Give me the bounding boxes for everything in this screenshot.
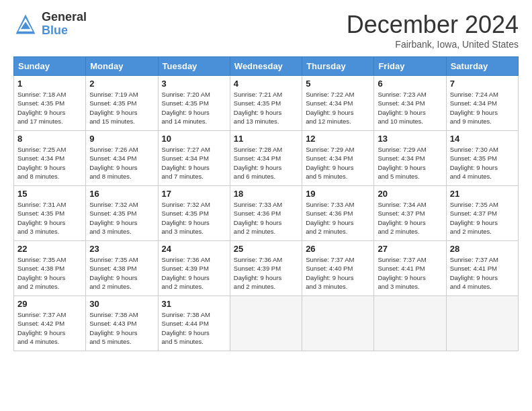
header-day-wednesday: Wednesday bbox=[230, 57, 302, 76]
title-area: December 2024 Fairbank, Iowa, United Sta… bbox=[347, 11, 519, 50]
calendar-cell: 9Sunrise: 7:26 AM Sunset: 4:34 PM Daylig… bbox=[86, 131, 158, 186]
calendar-cell: 14Sunrise: 7:30 AM Sunset: 4:35 PM Dayli… bbox=[446, 131, 518, 186]
day-number: 18 bbox=[234, 189, 298, 199]
calendar-cell: 30Sunrise: 7:38 AM Sunset: 4:43 PM Dayli… bbox=[86, 296, 158, 351]
calendar-cell: 11Sunrise: 7:28 AM Sunset: 4:34 PM Dayli… bbox=[230, 131, 302, 186]
header-day-saturday: Saturday bbox=[446, 57, 518, 76]
calendar-cell: 29Sunrise: 7:37 AM Sunset: 4:42 PM Dayli… bbox=[14, 296, 86, 351]
day-info: Sunrise: 7:35 AM Sunset: 4:37 PM Dayligh… bbox=[450, 200, 515, 236]
day-info: Sunrise: 7:29 AM Sunset: 4:34 PM Dayligh… bbox=[378, 145, 442, 181]
day-info: Sunrise: 7:32 AM Sunset: 4:35 PM Dayligh… bbox=[162, 200, 226, 236]
calendar-cell: 2Sunrise: 7:19 AM Sunset: 4:35 PM Daylig… bbox=[86, 76, 158, 131]
header-day-thursday: Thursday bbox=[302, 57, 374, 76]
day-info: Sunrise: 7:31 AM Sunset: 4:35 PM Dayligh… bbox=[17, 200, 82, 236]
day-info: Sunrise: 7:37 AM Sunset: 4:41 PM Dayligh… bbox=[450, 255, 515, 291]
calendar-cell: 3Sunrise: 7:20 AM Sunset: 4:35 PM Daylig… bbox=[158, 76, 230, 131]
day-info: Sunrise: 7:36 AM Sunset: 4:39 PM Dayligh… bbox=[162, 255, 226, 291]
calendar-cell: 7Sunrise: 7:24 AM Sunset: 4:34 PM Daylig… bbox=[446, 76, 518, 131]
day-number: 20 bbox=[378, 189, 442, 199]
day-info: Sunrise: 7:38 AM Sunset: 4:44 PM Dayligh… bbox=[162, 310, 226, 346]
calendar-cell: 10Sunrise: 7:27 AM Sunset: 4:34 PM Dayli… bbox=[158, 131, 230, 186]
calendar-cell: 31Sunrise: 7:38 AM Sunset: 4:44 PM Dayli… bbox=[158, 296, 230, 351]
calendar-cell: 6Sunrise: 7:23 AM Sunset: 4:34 PM Daylig… bbox=[374, 76, 446, 131]
month-title: December 2024 bbox=[347, 11, 519, 39]
calendar-cell: 22Sunrise: 7:35 AM Sunset: 4:38 PM Dayli… bbox=[14, 241, 86, 296]
day-number: 1 bbox=[17, 79, 82, 89]
calendar-week-2: 8Sunrise: 7:25 AM Sunset: 4:34 PM Daylig… bbox=[14, 131, 519, 186]
day-number: 21 bbox=[450, 189, 515, 199]
location: Fairbank, Iowa, United States bbox=[347, 39, 519, 50]
calendar-cell: 1Sunrise: 7:18 AM Sunset: 4:35 PM Daylig… bbox=[14, 76, 86, 131]
calendar-cell bbox=[302, 296, 374, 351]
calendar-week-1: 1Sunrise: 7:18 AM Sunset: 4:35 PM Daylig… bbox=[14, 76, 519, 131]
day-number: 16 bbox=[89, 189, 154, 199]
calendar-cell: 25Sunrise: 7:36 AM Sunset: 4:39 PM Dayli… bbox=[230, 241, 302, 296]
day-info: Sunrise: 7:32 AM Sunset: 4:35 PM Dayligh… bbox=[89, 200, 154, 236]
logo-text: General Blue bbox=[42, 11, 87, 38]
calendar-cell bbox=[374, 296, 446, 351]
calendar-cell: 19Sunrise: 7:33 AM Sunset: 4:36 PM Dayli… bbox=[302, 186, 374, 241]
day-info: Sunrise: 7:34 AM Sunset: 4:37 PM Dayligh… bbox=[378, 200, 442, 236]
day-info: Sunrise: 7:37 AM Sunset: 4:42 PM Dayligh… bbox=[17, 310, 82, 346]
day-number: 31 bbox=[162, 299, 226, 309]
day-number: 26 bbox=[306, 244, 370, 254]
day-number: 19 bbox=[306, 189, 370, 199]
logo-icon bbox=[13, 12, 38, 36]
day-info: Sunrise: 7:33 AM Sunset: 4:36 PM Dayligh… bbox=[306, 200, 370, 236]
calendar-header: SundayMondayTuesdayWednesdayThursdayFrid… bbox=[14, 57, 519, 76]
day-info: Sunrise: 7:23 AM Sunset: 4:34 PM Dayligh… bbox=[378, 90, 442, 126]
day-number: 14 bbox=[450, 134, 515, 144]
day-info: Sunrise: 7:37 AM Sunset: 4:41 PM Dayligh… bbox=[378, 255, 442, 291]
header-row: SundayMondayTuesdayWednesdayThursdayFrid… bbox=[14, 57, 519, 76]
day-info: Sunrise: 7:35 AM Sunset: 4:38 PM Dayligh… bbox=[17, 255, 82, 291]
day-number: 24 bbox=[162, 244, 226, 254]
day-info: Sunrise: 7:18 AM Sunset: 4:35 PM Dayligh… bbox=[17, 90, 82, 126]
calendar-cell: 21Sunrise: 7:35 AM Sunset: 4:37 PM Dayli… bbox=[446, 186, 518, 241]
day-info: Sunrise: 7:38 AM Sunset: 4:43 PM Dayligh… bbox=[89, 310, 154, 346]
day-number: 29 bbox=[17, 299, 82, 309]
day-number: 8 bbox=[17, 134, 82, 144]
day-info: Sunrise: 7:25 AM Sunset: 4:34 PM Dayligh… bbox=[17, 145, 82, 181]
calendar-cell: 24Sunrise: 7:36 AM Sunset: 4:39 PM Dayli… bbox=[158, 241, 230, 296]
calendar-cell: 15Sunrise: 7:31 AM Sunset: 4:35 PM Dayli… bbox=[14, 186, 86, 241]
calendar-cell: 18Sunrise: 7:33 AM Sunset: 4:36 PM Dayli… bbox=[230, 186, 302, 241]
calendar-week-3: 15Sunrise: 7:31 AM Sunset: 4:35 PM Dayli… bbox=[14, 186, 519, 241]
day-number: 22 bbox=[17, 244, 82, 254]
day-number: 28 bbox=[450, 244, 515, 254]
calendar-cell: 4Sunrise: 7:21 AM Sunset: 4:35 PM Daylig… bbox=[230, 76, 302, 131]
day-number: 9 bbox=[89, 134, 154, 144]
calendar-cell: 8Sunrise: 7:25 AM Sunset: 4:34 PM Daylig… bbox=[14, 131, 86, 186]
day-info: Sunrise: 7:30 AM Sunset: 4:35 PM Dayligh… bbox=[450, 145, 515, 181]
logo-blue-text: Blue bbox=[42, 24, 87, 38]
day-number: 2 bbox=[89, 79, 154, 89]
day-info: Sunrise: 7:26 AM Sunset: 4:34 PM Dayligh… bbox=[89, 145, 154, 181]
day-info: Sunrise: 7:28 AM Sunset: 4:34 PM Dayligh… bbox=[234, 145, 298, 181]
calendar-cell bbox=[446, 296, 518, 351]
calendar-cell: 16Sunrise: 7:32 AM Sunset: 4:35 PM Dayli… bbox=[86, 186, 158, 241]
day-number: 17 bbox=[162, 189, 226, 199]
header: General Blue December 2024 Fairbank, Iow… bbox=[13, 11, 519, 50]
day-number: 23 bbox=[89, 244, 154, 254]
calendar-cell: 17Sunrise: 7:32 AM Sunset: 4:35 PM Dayli… bbox=[158, 186, 230, 241]
day-info: Sunrise: 7:20 AM Sunset: 4:35 PM Dayligh… bbox=[162, 90, 226, 126]
logo: General Blue bbox=[13, 11, 87, 38]
day-info: Sunrise: 7:29 AM Sunset: 4:34 PM Dayligh… bbox=[306, 145, 370, 181]
day-info: Sunrise: 7:36 AM Sunset: 4:39 PM Dayligh… bbox=[234, 255, 298, 291]
calendar-cell: 13Sunrise: 7:29 AM Sunset: 4:34 PM Dayli… bbox=[374, 131, 446, 186]
calendar-cell: 5Sunrise: 7:22 AM Sunset: 4:34 PM Daylig… bbox=[302, 76, 374, 131]
day-info: Sunrise: 7:33 AM Sunset: 4:36 PM Dayligh… bbox=[234, 200, 298, 236]
header-day-friday: Friday bbox=[374, 57, 446, 76]
day-info: Sunrise: 7:19 AM Sunset: 4:35 PM Dayligh… bbox=[89, 90, 154, 126]
calendar-cell: 26Sunrise: 7:37 AM Sunset: 4:40 PM Dayli… bbox=[302, 241, 374, 296]
header-day-monday: Monday bbox=[86, 57, 158, 76]
day-number: 6 bbox=[378, 79, 442, 89]
day-number: 5 bbox=[306, 79, 370, 89]
day-info: Sunrise: 7:37 AM Sunset: 4:40 PM Dayligh… bbox=[306, 255, 370, 291]
calendar-table: SundayMondayTuesdayWednesdayThursdayFrid… bbox=[13, 56, 519, 351]
day-number: 15 bbox=[17, 189, 82, 199]
page: General Blue December 2024 Fairbank, Iow… bbox=[0, 0, 532, 411]
day-number: 10 bbox=[162, 134, 226, 144]
day-info: Sunrise: 7:22 AM Sunset: 4:34 PM Dayligh… bbox=[306, 90, 370, 126]
calendar-cell bbox=[230, 296, 302, 351]
day-number: 13 bbox=[378, 134, 442, 144]
